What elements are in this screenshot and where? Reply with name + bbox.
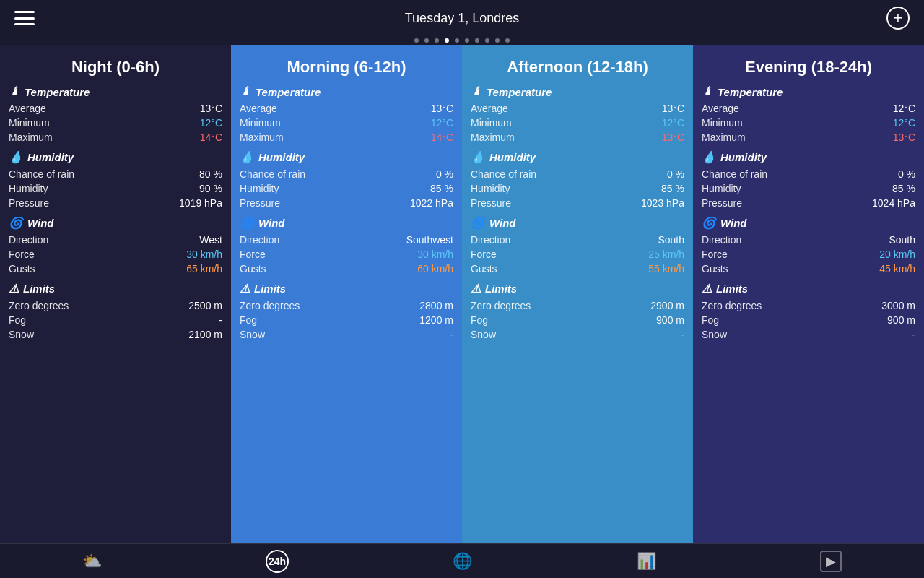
night-wind-direction: Direction West [9, 233, 222, 247]
morning-limits-title: ⚠ Limits [240, 282, 453, 296]
night-humidity-section: 💧 Humidity Chance of rain 80 % Humidity … [9, 150, 222, 210]
afternoon-wind-icon: 🌀 [471, 216, 485, 230]
night-chance-rain: Chance of rain 80 % [9, 167, 222, 181]
evening-humidity-val: Humidity 85 % [702, 181, 915, 196]
dot-7[interactable] [475, 38, 479, 43]
dot-3[interactable] [435, 38, 439, 43]
bottom-nav: ⛅ 24h 🌐 📊 ▶ [0, 543, 924, 578]
afternoon-humidity-icon: 💧 [471, 150, 485, 164]
morning-fog: Fog 1200 m [240, 313, 453, 327]
nav-video[interactable]: ▶ [806, 548, 856, 575]
column-evening: Evening (18-24h) 🌡 Temperature Average 1… [693, 45, 924, 543]
afternoon-temperature-icon: 🌡 [471, 85, 482, 98]
afternoon-wind-title: 🌀 Wind [471, 216, 684, 230]
morning-limits-icon: ⚠ [240, 282, 250, 296]
afternoon-wind-force: Force 25 km/h [471, 247, 684, 262]
afternoon-wind-section: 🌀 Wind Direction South Force 25 km/h Gus… [471, 216, 684, 276]
humidity-icon: 💧 [9, 150, 23, 164]
afternoon-header: Afternoon (12-18h) [471, 45, 684, 85]
dot-8[interactable] [485, 38, 489, 43]
add-button[interactable]: + [886, 7, 910, 30]
night-pressure: Pressure 1019 hPa [9, 196, 222, 210]
evening-chance-rain: Chance of rain 0 % [702, 167, 915, 181]
morning-wind-section: 🌀 Wind Direction Southwest Force 30 km/h… [240, 216, 453, 276]
evening-maximum: Maximum 13°C [702, 130, 915, 144]
night-wind-gusts: Gusts 65 km/h [9, 262, 222, 276]
header: Tuesday 1, Londres + [0, 0, 924, 36]
evening-wind-title: 🌀 Wind [702, 216, 915, 230]
morning-temperature-title: 🌡 Temperature [240, 85, 453, 98]
dot-4[interactable] [445, 38, 449, 43]
nav-globe[interactable]: 🌐 [438, 549, 487, 574]
morning-humidity-icon: 💧 [240, 150, 254, 164]
evening-fog: Fog 900 m [702, 313, 915, 327]
afternoon-temperature-title: 🌡 Temperature [471, 85, 684, 98]
night-header: Night (0-6h) [9, 45, 222, 85]
evening-limits-section: ⚠ Limits Zero degrees 3000 m Fog 900 m S… [702, 282, 915, 342]
evening-snow: Snow - [702, 327, 915, 342]
afternoon-wind-gusts: Gusts 55 km/h [471, 262, 684, 276]
morning-temperature-icon: 🌡 [240, 85, 251, 98]
dot-9[interactable] [495, 38, 500, 43]
evening-wind-force: Force 20 km/h [702, 247, 915, 262]
evening-wind-icon: 🌀 [702, 216, 716, 230]
video-icon: ▶ [820, 551, 842, 572]
night-minimum: Minimum 12°C [9, 116, 222, 130]
night-average: Average 13°C [9, 101, 222, 116]
nav-chart[interactable]: 📊 [622, 549, 671, 574]
afternoon-temperature-section: 🌡 Temperature Average 13°C Minimum 12°C … [471, 85, 684, 144]
afternoon-chance-rain: Chance of rain 0 % [471, 167, 684, 181]
night-wind-title: 🌀 Wind [9, 216, 222, 230]
column-night: Night (0-6h) 🌡 Temperature Average 13°C … [0, 45, 231, 543]
column-morning: Morning (6-12h) 🌡 Temperature Average 13… [231, 45, 462, 543]
night-snow: Snow 2100 m [9, 327, 222, 342]
dot-2[interactable] [424, 38, 429, 43]
morning-wind-icon: 🌀 [240, 216, 254, 230]
night-wind-force: Force 30 km/h [9, 247, 222, 262]
evening-temperature-title: 🌡 Temperature [702, 85, 915, 98]
evening-wind-section: 🌀 Wind Direction South Force 20 km/h Gus… [702, 216, 915, 276]
dot-6[interactable] [465, 38, 469, 43]
limits-icon: ⚠ [9, 282, 19, 296]
evening-limits-title: ⚠ Limits [702, 282, 915, 296]
morning-wind-gusts: Gusts 60 km/h [240, 262, 453, 276]
morning-humidity-title: 💧 Humidity [240, 150, 453, 164]
evening-humidity-section: 💧 Humidity Chance of rain 0 % Humidity 8… [702, 150, 915, 210]
evening-temperature-icon: 🌡 [702, 85, 713, 98]
globe-icon: 🌐 [453, 552, 472, 571]
evening-average: Average 12°C [702, 101, 915, 116]
morning-temperature-section: 🌡 Temperature Average 13°C Minimum 12°C … [240, 85, 453, 144]
chart-icon: 📊 [637, 552, 656, 571]
morning-maximum: Maximum 14°C [240, 130, 453, 144]
afternoon-limits-icon: ⚠ [471, 282, 481, 296]
afternoon-minimum: Minimum 12°C [471, 116, 684, 130]
morning-pressure: Pressure 1022 hPa [240, 196, 453, 210]
nav-weather[interactable]: ⛅ [68, 549, 116, 574]
morning-average: Average 13°C [240, 101, 453, 116]
night-limits-title: ⚠ Limits [9, 282, 222, 296]
weather-icon: ⛅ [82, 552, 102, 571]
morning-humidity-section: 💧 Humidity Chance of rain 0 % Humidity 8… [240, 150, 453, 210]
afternoon-maximum: Maximum 13°C [471, 130, 684, 144]
night-zero-degrees: Zero degrees 2500 m [9, 298, 222, 313]
evening-minimum: Minimum 12°C [702, 116, 915, 130]
dot-5[interactable] [455, 38, 459, 43]
evening-temperature-section: 🌡 Temperature Average 12°C Minimum 12°C … [702, 85, 915, 144]
24h-icon: 24h [266, 550, 289, 573]
main-content: Night (0-6h) 🌡 Temperature Average 13°C … [0, 45, 924, 543]
afternoon-snow: Snow - [471, 327, 684, 342]
morning-wind-title: 🌀 Wind [240, 216, 453, 230]
afternoon-limits-section: ⚠ Limits Zero degrees 2900 m Fog 900 m S… [471, 282, 684, 342]
morning-humidity-val: Humidity 85 % [240, 181, 453, 196]
nav-24h[interactable]: 24h [251, 547, 303, 576]
menu-button[interactable] [14, 11, 35, 25]
dot-10[interactable] [505, 38, 510, 43]
evening-wind-gusts: Gusts 45 km/h [702, 262, 915, 276]
morning-header: Morning (6-12h) [240, 45, 453, 85]
dot-1[interactable] [414, 38, 419, 43]
morning-wind-force: Force 30 km/h [240, 247, 453, 262]
afternoon-wind-direction: Direction South [471, 233, 684, 247]
night-temperature-title: 🌡 Temperature [9, 85, 222, 98]
night-temperature-section: 🌡 Temperature Average 13°C Minimum 12°C … [9, 85, 222, 144]
afternoon-humidity-val: Humidity 85 % [471, 181, 684, 196]
